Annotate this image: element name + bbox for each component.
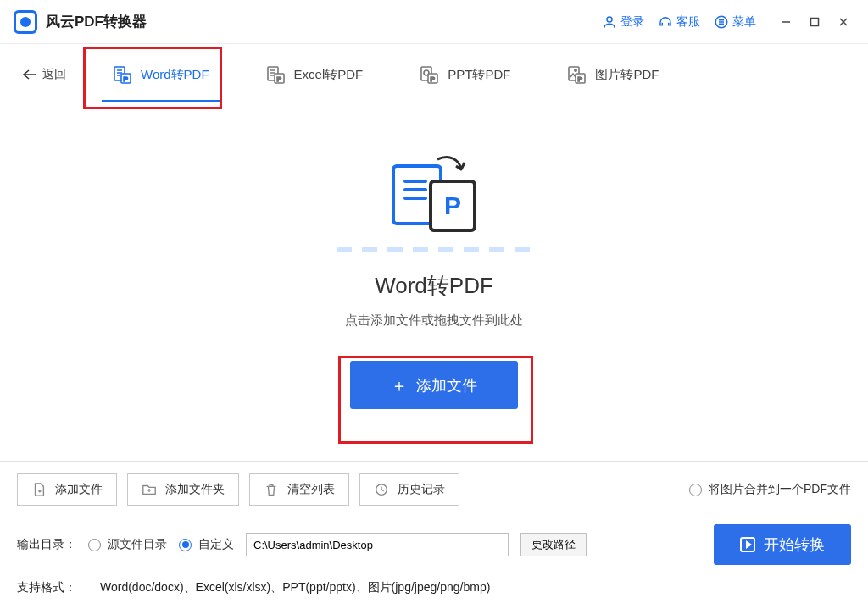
titlebar-right: 登录 客服 菜单 xyxy=(597,10,858,34)
toolbar-buttons: 添加文件 添加文件夹 清空列表 历史记录 xyxy=(17,473,459,506)
bottom-panel: 添加文件 添加文件夹 清空列表 历史记录 xyxy=(0,461,868,609)
output-controls: 输出目录： 源文件目录 自定义 更改路径 xyxy=(17,533,587,556)
menu-icon xyxy=(714,14,729,30)
radio-source-label: 源文件目录 xyxy=(108,537,167,552)
minimize-button[interactable] xyxy=(771,10,800,34)
tab-word-to-pdf[interactable]: P Word转PDF xyxy=(97,52,225,97)
center-title: Word转PDF xyxy=(375,271,493,301)
file-add-icon xyxy=(31,482,47,497)
tab-excel-to-pdf[interactable]: P Excel转PDF xyxy=(250,52,379,97)
tab-label: PPT转PDF xyxy=(448,67,510,83)
change-path-label: 更改路径 xyxy=(531,538,576,551)
back-button[interactable]: 返回 xyxy=(17,67,71,82)
plus-icon: ＋ xyxy=(391,377,408,394)
radio-custom-label: 自定义 xyxy=(198,537,234,552)
history-icon xyxy=(374,482,389,497)
merge-option-label: 将图片合并到一个PDF文件 xyxy=(709,482,851,497)
add-file-label: 添加文件 xyxy=(55,482,103,497)
svg-text:P: P xyxy=(578,75,583,83)
clear-list-button[interactable]: 清空列表 xyxy=(249,473,349,506)
radio-source-dir[interactable]: 源文件目录 xyxy=(88,537,167,552)
svg-rect-3 xyxy=(811,18,819,25)
supported-formats: 支持格式： Word(doc/docx)、Excel(xls/xlsx)、PPT… xyxy=(17,580,851,595)
support-label: 客服 xyxy=(676,14,700,30)
add-file-main-button[interactable]: ＋ 添加文件 xyxy=(350,361,518,409)
add-file-button[interactable]: 添加文件 xyxy=(17,473,117,506)
output-path-input[interactable] xyxy=(246,533,509,556)
tab-label: 图片转PDF xyxy=(595,67,659,83)
radio-custom-dir[interactable]: 自定义 xyxy=(179,537,234,552)
drop-area[interactable]: P Word转PDF 点击添加文件或拖拽文件到此处 ＋ 添加文件 xyxy=(0,105,868,409)
maximize-button[interactable] xyxy=(800,10,829,34)
output-label: 输出目录： xyxy=(17,537,76,552)
formats-value: Word(doc/docx)、Excel(xls/xlsx)、PPT(ppt/p… xyxy=(100,580,490,595)
play-icon xyxy=(740,537,755,552)
tabs-row: 返回 P Word转PDF P Excel转PDF P PPT转PDF P 图片… xyxy=(0,44,868,105)
add-file-main-label: 添加文件 xyxy=(416,375,477,396)
change-path-button[interactable]: 更改路径 xyxy=(520,533,587,556)
svg-text:P: P xyxy=(431,75,436,83)
image-pdf-icon: P xyxy=(566,64,587,85)
tab-image-to-pdf[interactable]: P 图片转PDF xyxy=(551,52,674,97)
menu-button[interactable]: 菜单 xyxy=(709,11,761,33)
login-button[interactable]: 登录 xyxy=(597,11,649,33)
svg-text:P: P xyxy=(124,75,129,83)
merge-option[interactable]: 将图片合并到一个PDF文件 xyxy=(689,482,851,497)
output-row: 输出目录： 源文件目录 自定义 更改路径 开始转换 xyxy=(17,524,851,565)
clear-list-label: 清空列表 xyxy=(287,482,335,497)
headset-icon xyxy=(658,14,673,30)
user-icon xyxy=(602,14,617,30)
login-label: 登录 xyxy=(620,14,644,30)
excel-pdf-icon: P xyxy=(265,64,286,85)
svg-point-0 xyxy=(607,17,612,22)
wave-rule-icon xyxy=(337,247,531,252)
tab-ppt-to-pdf[interactable]: P PPT转PDF xyxy=(403,52,526,97)
start-convert-label: 开始转换 xyxy=(764,534,825,555)
word-pdf-icon: P xyxy=(112,64,132,85)
formats-label: 支持格式： xyxy=(17,580,76,595)
history-label: 历史记录 xyxy=(398,482,445,497)
add-folder-button[interactable]: 添加文件夹 xyxy=(127,473,239,506)
folder-add-icon xyxy=(142,482,157,497)
tab-label: Excel转PDF xyxy=(294,67,364,83)
radio-unchecked-icon xyxy=(689,484,702,496)
convert-illustration-icon: P xyxy=(392,156,476,232)
trash-icon xyxy=(264,482,279,497)
back-label: 返回 xyxy=(42,67,66,82)
menu-label: 菜单 xyxy=(732,14,756,30)
svg-text:P: P xyxy=(276,75,281,83)
close-button[interactable] xyxy=(829,10,858,34)
start-convert-button[interactable]: 开始转换 xyxy=(714,524,851,565)
center-subtitle: 点击添加文件或拖拽文件到此处 xyxy=(345,313,523,329)
svg-point-17 xyxy=(575,69,576,71)
radio-checked-icon xyxy=(179,539,192,551)
titlebar-left: 风云PDF转换器 xyxy=(14,10,147,34)
ppt-pdf-icon: P xyxy=(419,64,439,85)
app-logo-icon xyxy=(14,10,37,34)
history-button[interactable]: 历史记录 xyxy=(359,473,459,506)
bottom-toolbar: 添加文件 添加文件夹 清空列表 历史记录 xyxy=(17,473,851,506)
titlebar: 风云PDF转换器 登录 客服 菜单 xyxy=(0,0,868,44)
app-title: 风云PDF转换器 xyxy=(46,12,147,31)
support-button[interactable]: 客服 xyxy=(653,11,705,33)
window-controls xyxy=(771,10,858,34)
tab-label: Word转PDF xyxy=(141,67,209,83)
radio-unchecked-icon xyxy=(88,539,101,551)
add-folder-label: 添加文件夹 xyxy=(165,482,225,497)
